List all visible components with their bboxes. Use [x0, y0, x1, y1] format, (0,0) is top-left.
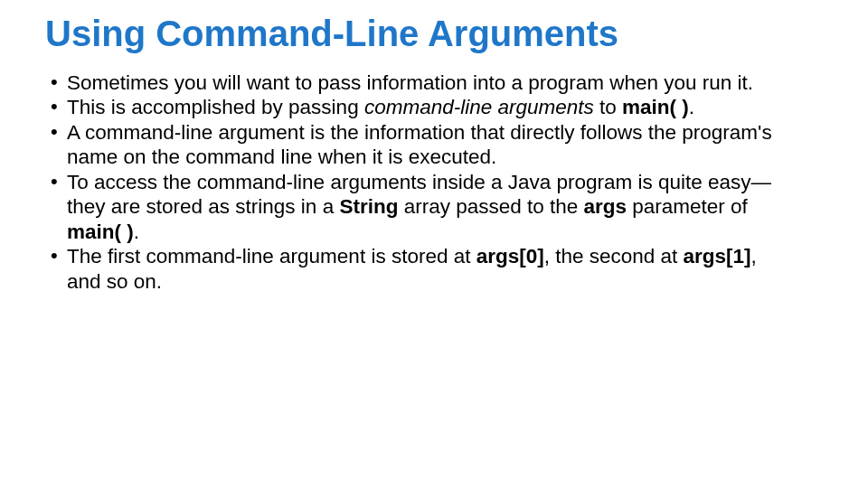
text-run: parameter of: [627, 195, 748, 218]
text-run: args: [584, 195, 627, 218]
bullet-list: Sometimes you will want to pass informat…: [45, 70, 790, 294]
bullet-item: To access the command-line arguments ins…: [67, 170, 790, 244]
text-run: The first command-line argument is store…: [67, 245, 476, 267]
text-run: .: [134, 221, 139, 243]
text-run: main( ): [67, 221, 134, 243]
bullet-item: The first command-line argument is store…: [67, 244, 790, 294]
text-run: array passed to the: [398, 195, 583, 218]
slide-title: Using Command-Line Arguments: [45, 13, 823, 54]
text-run: , the second at: [544, 245, 684, 267]
text-run: A command-line argument is the informati…: [67, 121, 772, 168]
text-run: This is accomplished by passing: [67, 96, 364, 118]
text-run: command-line arguments: [364, 96, 594, 118]
text-run: main( ): [622, 96, 689, 118]
text-run: args[1]: [684, 245, 751, 267]
text-run: String: [339, 195, 398, 218]
bullet-item: A command-line argument is the informati…: [67, 120, 790, 170]
bullet-item: This is accomplished by passing command-…: [67, 95, 790, 119]
slide: Using Command-Line Arguments Sometimes y…: [0, 0, 868, 488]
text-run: .: [689, 96, 694, 118]
text-run: Sometimes you will want to pass informat…: [67, 71, 753, 94]
text-run: args[0]: [476, 245, 544, 267]
bullet-item: Sometimes you will want to pass informat…: [67, 70, 790, 95]
text-run: to: [594, 96, 622, 118]
